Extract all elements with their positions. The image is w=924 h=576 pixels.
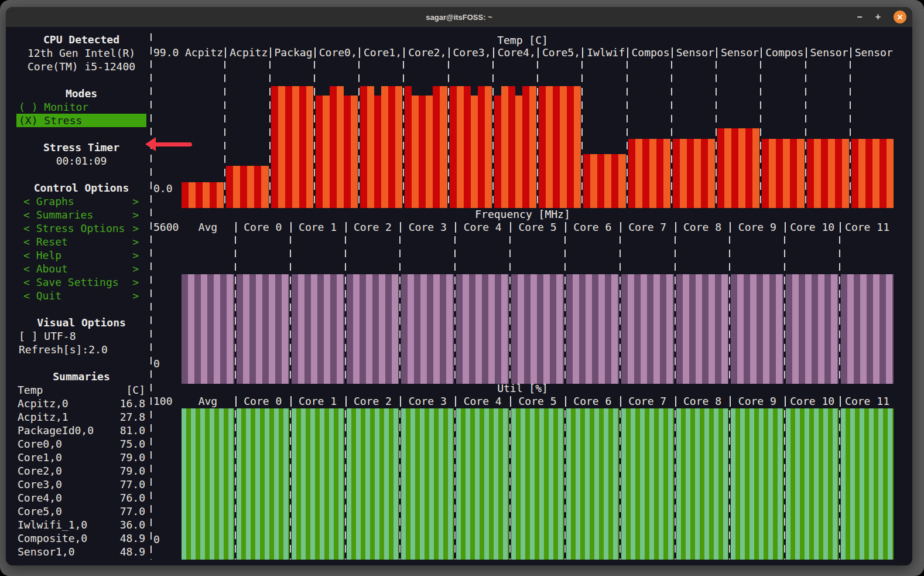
close-button[interactable]: ✕: [894, 11, 906, 23]
frequency-column-core-7: [620, 234, 675, 384]
column-label-packag: Packag: [270, 46, 314, 59]
column-label-core-8: Core 8: [675, 395, 730, 408]
control-option-about[interactable]: < About>: [16, 262, 146, 275]
temp-bar: [724, 128, 731, 208]
frequency-column-core-8: [675, 234, 730, 384]
temp-bar: [299, 86, 306, 208]
column-label-core-2: Core 2: [345, 395, 401, 408]
column-label-core-0: Core 0: [235, 221, 290, 234]
temp-bar: [360, 86, 367, 208]
terminal-window: sagar@itsFOSS: ~ – + ✕ CPU Detected 12th…: [6, 7, 912, 565]
frequency-column-core-11: [840, 234, 895, 384]
util-bar: [566, 408, 619, 560]
column-label-avg: Avg: [180, 395, 235, 408]
temp-bar: [590, 154, 597, 208]
temp-column-core3-: [449, 59, 493, 208]
temp-bar: [285, 86, 292, 208]
util-column-core-1: [290, 408, 345, 560]
temp-bar: [717, 128, 724, 208]
temp-bar: [673, 139, 680, 208]
column-label-core-3: Core 3: [400, 395, 455, 408]
utf8-checkbox[interactable]: [ ] UTF-8: [16, 329, 146, 343]
util-bar: [676, 408, 729, 560]
column-label-core-11: Core 11: [840, 395, 895, 408]
temp-column-core1-: [359, 59, 403, 208]
summaries-heading: Summaries: [16, 370, 146, 383]
column-label-core2-: Core2,: [403, 46, 448, 59]
summary-row-sensor1-0: Sensor1,048.9: [16, 545, 146, 558]
temp-bar: [745, 128, 752, 208]
frequency-column-core-2: [345, 234, 401, 384]
column-label-core-3: Core 3: [400, 221, 455, 234]
temp-bar: [649, 139, 656, 208]
temp-bar: [367, 86, 374, 208]
temp-bar: [583, 154, 590, 208]
temp-bar: [240, 166, 247, 208]
stress-timer-value: 00:01:09: [16, 154, 146, 168]
control-option-summaries[interactable]: < Summaries>: [16, 208, 146, 221]
temp-bar: [872, 139, 879, 208]
summary-row-core2-0: Core2,079.0: [16, 464, 146, 478]
temp-bar: [323, 96, 330, 208]
minimize-button[interactable]: –: [857, 12, 863, 22]
frequency-bar: [566, 274, 619, 384]
cpu-model-line2: Core(TM) i5-12400: [16, 60, 146, 73]
temp-bar: [388, 86, 395, 208]
temp-bar: [316, 96, 323, 208]
control-option-quit[interactable]: < Quit>: [16, 289, 146, 302]
temp-bar: [210, 182, 217, 208]
util-ymin-label: 0: [150, 533, 160, 546]
control-option-save-settings[interactable]: < Save Settings>: [16, 275, 146, 289]
temp-bar: [522, 86, 529, 208]
column-label-core-1: Core 1: [290, 221, 345, 234]
column-label-core-0: Core 0: [235, 395, 290, 408]
summary-row-core3-0: Core3,077.0: [16, 478, 146, 491]
column-label-avg: Avg: [180, 221, 235, 234]
temp-column-compos: [761, 59, 805, 208]
frequency-bar: [456, 274, 509, 384]
mode-option-monitor[interactable]: ( ) Monitor: [16, 100, 146, 114]
temp-column-sensor: [672, 59, 716, 208]
temp-column-packag: [270, 59, 314, 208]
temp-bar: [618, 154, 625, 208]
temp-column-sensor: [850, 59, 895, 208]
frequency-ymin-label: 0: [150, 357, 160, 370]
control-option-graphs[interactable]: < Graphs>: [16, 195, 146, 208]
temp-column-acpitz: [180, 59, 225, 208]
column-label-core-9: Core 9: [730, 395, 785, 408]
temp-plot-area: [180, 59, 895, 208]
temp-bar: [261, 166, 268, 208]
temp-bar: [471, 96, 478, 208]
temp-bar: [783, 139, 790, 208]
temp-bar: [271, 86, 278, 208]
temp-bar: [797, 139, 804, 208]
maximize-button[interactable]: +: [875, 12, 881, 22]
util-column-core-7: [620, 408, 675, 560]
util-bar: [511, 408, 564, 560]
annotation-arrow: [145, 136, 193, 152]
temp-chart: Temp [C] 99.0 AcpitzAcpitzPackagCore0,Co…: [150, 27, 895, 221]
arrow-shaft: [155, 142, 192, 146]
temp-bar: [790, 139, 797, 208]
summary-row-core5-0: Core5,077.0: [16, 505, 146, 518]
temp-bar: [738, 128, 745, 208]
temp-bar: [574, 86, 581, 208]
control-option-reset[interactable]: < Reset>: [16, 235, 146, 248]
column-label-core0-: Core0,: [314, 46, 359, 59]
util-bar: [401, 408, 454, 560]
temp-bar: [752, 128, 759, 208]
refresh-setting[interactable]: Refresh[s]:2.0: [16, 343, 146, 356]
control-option-help[interactable]: < Help>: [16, 248, 146, 262]
column-label-core4-: Core4,: [493, 46, 538, 59]
control-option-stress-options[interactable]: < Stress Options>: [16, 221, 146, 235]
frequency-column-core-5: [510, 234, 565, 384]
temp-column-sensor: [716, 59, 761, 208]
summary-title-unit: [C]: [126, 383, 145, 397]
column-label-core-6: Core 6: [565, 395, 620, 408]
mode-option-stress-selected[interactable]: (X) Stress: [16, 114, 146, 127]
temp-bar: [828, 139, 835, 208]
window-title: sagar@itsFOSS: ~: [426, 13, 492, 22]
column-label-core-7: Core 7: [620, 395, 675, 408]
temp-bar: [680, 139, 687, 208]
temp-chart-header: 99.0 AcpitzAcpitzPackagCore0,Core1,Core2…: [150, 46, 895, 59]
